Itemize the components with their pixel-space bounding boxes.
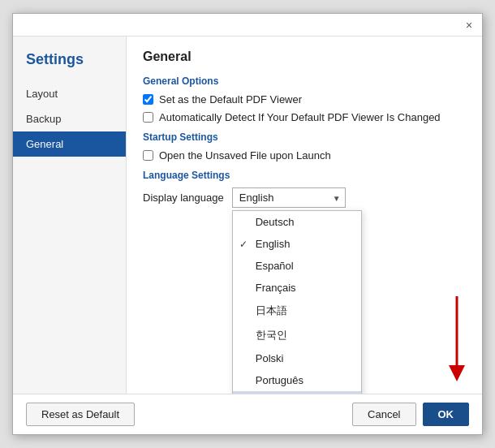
language-dropdown-wrapper[interactable]: English ▼ Deutsch ✓ English Español <box>232 187 346 208</box>
lang-label-francais: Français <box>256 282 296 294</box>
lang-label-japanese: 日本語 <box>256 304 287 318</box>
lang-label-espanol: Español <box>256 260 294 272</box>
lang-option-polski[interactable]: Polski <box>233 347 361 369</box>
footer-right-buttons: Cancel OK <box>352 403 469 426</box>
checkbox-default-viewer[interactable] <box>143 94 153 105</box>
lang-option-english[interactable]: ✓ English <box>233 233 361 255</box>
ok-button[interactable]: OK <box>423 403 470 426</box>
lang-label-portugues: Português <box>256 374 303 386</box>
section-heading: General <box>143 50 466 64</box>
checkbox-row-auto-detect: Automatically Detect If Your Default PDF… <box>143 111 466 123</box>
cancel-button[interactable]: Cancel <box>352 403 415 426</box>
arrow-indicator <box>412 288 469 386</box>
checkmark-english: ✓ <box>239 239 248 250</box>
lang-label-english: English <box>256 238 291 250</box>
lang-option-japanese[interactable]: 日本語 <box>233 299 361 323</box>
lang-option-francais[interactable]: Français <box>233 277 361 299</box>
footer: Reset as Default Cancel OK <box>13 394 482 434</box>
svg-marker-1 <box>449 365 465 381</box>
language-settings-label: Language Settings <box>143 170 466 181</box>
lang-option-traditional-chinese[interactable]: 繁體中文 <box>233 391 361 394</box>
main-content: General General Options Set as the Defau… <box>127 37 482 394</box>
sidebar: Settings Layout Backup General <box>13 37 127 394</box>
sidebar-title: Settings <box>13 45 126 81</box>
lang-option-korean[interactable]: 한국인 <box>233 323 361 347</box>
close-button[interactable]: × <box>463 19 476 32</box>
checkbox-row-default-viewer: Set as the Default PDF Viewer <box>143 93 466 106</box>
reset-default-button[interactable]: Reset as Default <box>26 403 135 426</box>
lang-label-korean: 한국인 <box>256 328 287 342</box>
language-row: Display language English ▼ Deutsch ✓ Eng… <box>143 187 466 208</box>
sidebar-item-backup[interactable]: Backup <box>13 106 126 131</box>
lang-option-espanol[interactable]: Español <box>233 255 361 277</box>
checkbox-unsaved-label: Open the Unsaved File upon Launch <box>159 149 331 162</box>
checkbox-auto-detect-label: Automatically Detect If Your Default PDF… <box>159 111 441 123</box>
language-dropdown-menu: Deutsch ✓ English Español Français <box>232 210 362 394</box>
sidebar-item-layout[interactable]: Layout <box>13 81 126 106</box>
checkbox-default-viewer-label: Set as the Default PDF Viewer <box>159 93 302 106</box>
checkbox-row-unsaved: Open the Unsaved File upon Launch <box>143 149 466 162</box>
lang-option-portugues[interactable]: Português <box>233 369 361 391</box>
language-dropdown[interactable]: English <box>232 187 346 208</box>
checkbox-unsaved-file[interactable] <box>143 150 153 161</box>
title-bar: × <box>13 14 482 37</box>
sidebar-item-general[interactable]: General <box>13 131 126 157</box>
checkbox-auto-detect[interactable] <box>143 112 153 123</box>
dialog-body: Settings Layout Backup General General G… <box>13 37 482 394</box>
display-language-label: Display language <box>143 192 224 204</box>
settings-dialog: × Settings Layout Backup General General… <box>12 13 483 435</box>
general-options-label: General Options <box>143 75 466 87</box>
lang-label-deutsch: Deutsch <box>256 216 295 228</box>
lang-option-deutsch[interactable]: Deutsch <box>233 211 361 233</box>
lang-label-polski: Polski <box>256 352 284 364</box>
startup-settings-label: Startup Settings <box>143 131 466 143</box>
